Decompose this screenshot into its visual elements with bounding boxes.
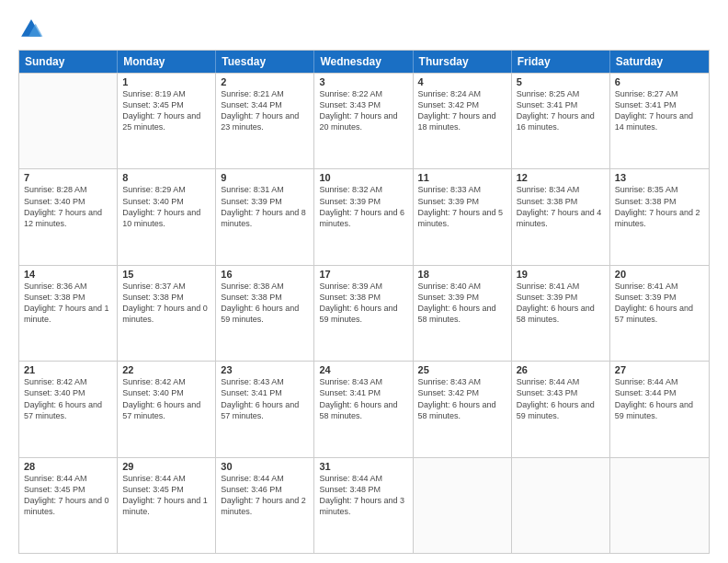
calendar-row-1: 1 Sunrise: 8:19 AMSunset: 3:45 PMDayligh… xyxy=(19,73,709,168)
logo-icon xyxy=(18,17,44,42)
calendar-cell: 20 Sunrise: 8:41 AMSunset: 3:39 PMDaylig… xyxy=(610,266,709,361)
cell-date: 23 xyxy=(221,364,309,375)
cell-info: Sunrise: 8:22 AMSunset: 3:43 PMDaylight:… xyxy=(319,88,407,133)
cell-info: Sunrise: 8:36 AMSunset: 3:38 PMDaylight:… xyxy=(24,281,112,326)
calendar-cell: 1 Sunrise: 8:19 AMSunset: 3:45 PMDayligh… xyxy=(118,74,216,168)
cell-info: Sunrise: 8:33 AMSunset: 3:39 PMDaylight:… xyxy=(418,184,506,229)
cell-info: Sunrise: 8:41 AMSunset: 3:39 PMDaylight:… xyxy=(517,281,605,326)
cell-date: 9 xyxy=(221,172,309,183)
cell-date: 21 xyxy=(24,364,112,375)
calendar-cell: 30 Sunrise: 8:44 AMSunset: 3:46 PMDaylig… xyxy=(216,458,314,553)
calendar-cell: 23 Sunrise: 8:43 AMSunset: 3:41 PMDaylig… xyxy=(216,362,314,456)
cell-date: 28 xyxy=(24,461,112,472)
page: SundayMondayTuesdayWednesdayThursdayFrid… xyxy=(0,0,728,563)
cell-info: Sunrise: 8:21 AMSunset: 3:44 PMDaylight:… xyxy=(221,88,309,133)
cell-date: 20 xyxy=(615,269,704,280)
cell-info: Sunrise: 8:41 AMSunset: 3:39 PMDaylight:… xyxy=(615,281,704,326)
calendar-row-4: 21 Sunrise: 8:42 AMSunset: 3:40 PMDaylig… xyxy=(19,361,709,456)
calendar-cell: 21 Sunrise: 8:42 AMSunset: 3:40 PMDaylig… xyxy=(19,362,118,456)
calendar-cell: 31 Sunrise: 8:44 AMSunset: 3:48 PMDaylig… xyxy=(314,458,413,553)
calendar-cell: 26 Sunrise: 8:44 AMSunset: 3:43 PMDaylig… xyxy=(512,362,610,456)
cell-info: Sunrise: 8:35 AMSunset: 3:38 PMDaylight:… xyxy=(615,184,704,229)
day-header-saturday: Saturday xyxy=(610,51,709,73)
day-header-monday: Monday xyxy=(118,51,216,73)
cell-info: Sunrise: 8:34 AMSunset: 3:38 PMDaylight:… xyxy=(517,184,605,229)
calendar-cell: 2 Sunrise: 8:21 AMSunset: 3:44 PMDayligh… xyxy=(216,74,314,168)
calendar-cell xyxy=(414,458,512,553)
calendar-cell: 8 Sunrise: 8:29 AMSunset: 3:40 PMDayligh… xyxy=(118,169,216,264)
calendar-cell: 11 Sunrise: 8:33 AMSunset: 3:39 PMDaylig… xyxy=(414,169,512,264)
cell-info: Sunrise: 8:43 AMSunset: 3:42 PMDaylight:… xyxy=(418,376,506,421)
calendar-cell: 6 Sunrise: 8:27 AMSunset: 3:41 PMDayligh… xyxy=(610,74,709,168)
cell-info: Sunrise: 8:40 AMSunset: 3:39 PMDaylight:… xyxy=(418,281,506,326)
calendar-cell xyxy=(19,74,118,168)
cell-date: 27 xyxy=(615,364,704,375)
cell-info: Sunrise: 8:44 AMSunset: 3:46 PMDaylight:… xyxy=(221,473,309,518)
cell-info: Sunrise: 8:37 AMSunset: 3:38 PMDaylight:… xyxy=(122,281,210,326)
calendar-row-3: 14 Sunrise: 8:36 AMSunset: 3:38 PMDaylig… xyxy=(19,265,709,361)
cell-info: Sunrise: 8:19 AMSunset: 3:45 PMDaylight:… xyxy=(122,88,210,133)
cell-date: 14 xyxy=(24,269,112,280)
cell-date: 16 xyxy=(221,269,309,280)
calendar-cell xyxy=(610,458,709,553)
calendar-cell: 12 Sunrise: 8:34 AMSunset: 3:38 PMDaylig… xyxy=(512,169,610,264)
cell-info: Sunrise: 8:43 AMSunset: 3:41 PMDaylight:… xyxy=(221,376,309,421)
calendar-cell: 16 Sunrise: 8:38 AMSunset: 3:38 PMDaylig… xyxy=(216,266,314,361)
calendar-cell: 27 Sunrise: 8:44 AMSunset: 3:44 PMDaylig… xyxy=(610,362,709,456)
calendar: SundayMondayTuesdayWednesdayThursdayFrid… xyxy=(18,50,710,554)
cell-info: Sunrise: 8:44 AMSunset: 3:48 PMDaylight:… xyxy=(319,473,407,518)
cell-date: 2 xyxy=(221,76,309,87)
cell-info: Sunrise: 8:24 AMSunset: 3:42 PMDaylight:… xyxy=(418,88,506,133)
cell-info: Sunrise: 8:28 AMSunset: 3:40 PMDaylight:… xyxy=(24,184,112,229)
calendar-cell: 4 Sunrise: 8:24 AMSunset: 3:42 PMDayligh… xyxy=(414,74,512,168)
cell-info: Sunrise: 8:25 AMSunset: 3:41 PMDaylight:… xyxy=(517,88,605,133)
cell-date: 8 xyxy=(122,172,210,183)
day-header-friday: Friday xyxy=(512,51,610,73)
calendar-cell: 15 Sunrise: 8:37 AMSunset: 3:38 PMDaylig… xyxy=(118,266,216,361)
cell-date: 19 xyxy=(517,269,605,280)
calendar-cell: 7 Sunrise: 8:28 AMSunset: 3:40 PMDayligh… xyxy=(19,169,118,264)
cell-date: 1 xyxy=(122,76,210,87)
cell-date: 25 xyxy=(418,364,506,375)
cell-date: 26 xyxy=(517,364,605,375)
cell-info: Sunrise: 8:39 AMSunset: 3:38 PMDaylight:… xyxy=(319,281,407,326)
day-header-tuesday: Tuesday xyxy=(216,51,314,73)
calendar-cell: 18 Sunrise: 8:40 AMSunset: 3:39 PMDaylig… xyxy=(414,266,512,361)
calendar-cell: 3 Sunrise: 8:22 AMSunset: 3:43 PMDayligh… xyxy=(314,74,413,168)
header xyxy=(18,17,710,42)
cell-info: Sunrise: 8:42 AMSunset: 3:40 PMDaylight:… xyxy=(122,376,210,421)
cell-info: Sunrise: 8:31 AMSunset: 3:39 PMDaylight:… xyxy=(221,184,309,229)
cell-date: 11 xyxy=(418,172,506,183)
cell-date: 24 xyxy=(319,364,407,375)
calendar-cell: 24 Sunrise: 8:43 AMSunset: 3:41 PMDaylig… xyxy=(314,362,413,456)
cell-date: 6 xyxy=(615,76,704,87)
cell-info: Sunrise: 8:44 AMSunset: 3:45 PMDaylight:… xyxy=(24,473,112,518)
cell-info: Sunrise: 8:38 AMSunset: 3:38 PMDaylight:… xyxy=(221,281,309,326)
day-header-thursday: Thursday xyxy=(414,51,512,73)
calendar-cell: 10 Sunrise: 8:32 AMSunset: 3:39 PMDaylig… xyxy=(314,169,413,264)
cell-date: 30 xyxy=(221,461,309,472)
calendar-cell: 19 Sunrise: 8:41 AMSunset: 3:39 PMDaylig… xyxy=(512,266,610,361)
cell-date: 17 xyxy=(319,269,407,280)
calendar-cell: 5 Sunrise: 8:25 AMSunset: 3:41 PMDayligh… xyxy=(512,74,610,168)
calendar-cell: 25 Sunrise: 8:43 AMSunset: 3:42 PMDaylig… xyxy=(414,362,512,456)
calendar-cell: 29 Sunrise: 8:44 AMSunset: 3:45 PMDaylig… xyxy=(118,458,216,553)
cell-info: Sunrise: 8:43 AMSunset: 3:41 PMDaylight:… xyxy=(319,376,407,421)
cell-date: 4 xyxy=(418,76,506,87)
calendar-cell: 22 Sunrise: 8:42 AMSunset: 3:40 PMDaylig… xyxy=(118,362,216,456)
cell-date: 29 xyxy=(122,461,210,472)
logo xyxy=(18,17,48,42)
calendar-cell: 17 Sunrise: 8:39 AMSunset: 3:38 PMDaylig… xyxy=(314,266,413,361)
calendar-row-2: 7 Sunrise: 8:28 AMSunset: 3:40 PMDayligh… xyxy=(19,168,709,264)
day-header-wednesday: Wednesday xyxy=(314,51,413,73)
cell-info: Sunrise: 8:44 AMSunset: 3:43 PMDaylight:… xyxy=(517,376,605,421)
cell-info: Sunrise: 8:32 AMSunset: 3:39 PMDaylight:… xyxy=(319,184,407,229)
cell-date: 7 xyxy=(24,172,112,183)
cell-date: 13 xyxy=(615,172,704,183)
cell-info: Sunrise: 8:29 AMSunset: 3:40 PMDaylight:… xyxy=(122,184,210,229)
day-header-sunday: Sunday xyxy=(19,51,118,73)
calendar-header: SundayMondayTuesdayWednesdayThursdayFrid… xyxy=(19,51,709,73)
cell-info: Sunrise: 8:42 AMSunset: 3:40 PMDaylight:… xyxy=(24,376,112,421)
cell-date: 18 xyxy=(418,269,506,280)
cell-date: 12 xyxy=(517,172,605,183)
